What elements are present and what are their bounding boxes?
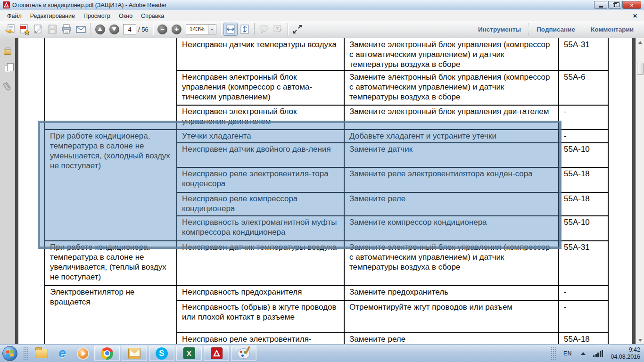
cause-cell: Неисправен датчик температуры воздуха	[177, 241, 344, 286]
internet-explorer-icon: e	[58, 347, 66, 360]
remedy-cell: Замените электронный блок управления (ко…	[344, 241, 559, 286]
text-annotation-button[interactable]	[271, 23, 285, 36]
minimize-icon	[599, 6, 603, 8]
remedy-cell: Замените компрессор кондиционера	[344, 216, 559, 241]
language-indicator[interactable]: EN	[563, 350, 571, 357]
close-icon: ×	[630, 2, 633, 8]
taskbar-item-explorer[interactable]	[33, 346, 50, 362]
menu-window[interactable]: Окно	[115, 12, 137, 20]
cause-cell: Неисправно реле компрессора кондиционера	[177, 192, 344, 216]
menubar: Файл Редактирование Просмотр Окно Справк…	[0, 11, 644, 21]
code-cell: 55А-18	[559, 333, 608, 344]
open-file-button[interactable]	[3, 23, 17, 36]
adobe-reader-app-icon	[3, 1, 10, 8]
taskbar-item-internet-explorer[interactable]: e	[53, 346, 71, 362]
scrollbar-thumb[interactable]	[637, 63, 644, 75]
menu-file[interactable]: Файл	[3, 12, 26, 20]
comment-bubble-icon	[258, 24, 270, 35]
zoom-out-button[interactable]: −	[156, 23, 170, 36]
tray-time: 9:42	[611, 346, 640, 354]
previous-page-button[interactable]	[93, 23, 107, 36]
next-page-button[interactable]	[107, 23, 121, 36]
table-row: При работе кондиционера, температура в с…	[45, 130, 608, 143]
page-thumbnails-button[interactable]	[2, 63, 13, 74]
tools-panel-button[interactable]: Инструменты	[471, 23, 528, 36]
taskbar-item-excel[interactable]: X	[176, 346, 202, 361]
taskbar-item-chrome[interactable]	[94, 346, 120, 361]
symptom-cell: При работе кондиционера, температура в с…	[45, 130, 177, 241]
adobe-reader-icon	[211, 347, 223, 359]
clock[interactable]: 9:42 04.08.2016	[611, 346, 640, 361]
code-cell: -	[559, 301, 608, 333]
security-lock-button[interactable]	[2, 45, 13, 56]
page-number-input[interactable]	[123, 24, 136, 34]
text-annotation-icon	[272, 24, 284, 35]
zoom-in-button[interactable]: +	[170, 23, 184, 36]
menu-help[interactable]: Справка	[137, 12, 168, 20]
menu-edit[interactable]: Редактирование	[26, 12, 79, 20]
fit-width-button[interactable]	[223, 23, 238, 36]
toolbar-separator	[153, 23, 153, 35]
menu-view[interactable]: Просмотр	[79, 12, 115, 20]
save-button[interactable]	[45, 23, 59, 36]
zoom-level-control: 143% ▼	[186, 24, 216, 34]
email-button[interactable]	[74, 23, 88, 36]
scroll-down-button[interactable]	[636, 336, 644, 344]
create-pdf-button[interactable]	[17, 23, 31, 36]
toolbar-separator	[90, 23, 91, 35]
attachments-button[interactable]	[2, 81, 13, 92]
lock-icon	[4, 49, 11, 55]
menubar-close-icon[interactable]: ✕	[629, 13, 641, 19]
remedy-cell: Замените электронный блок управления дви…	[344, 105, 559, 130]
symptom-cell: При работе кондиционера. температура в с…	[45, 241, 177, 286]
network-signal-icon[interactable]	[593, 350, 603, 357]
system-tray: EN 9:42 04.08.2016	[548, 346, 644, 361]
cause-cell: Неисправен электронный блок управления (…	[177, 71, 344, 105]
zoom-dropdown-button[interactable]: ▼	[208, 25, 216, 34]
toolbar-separator	[254, 23, 255, 35]
zoom-out-icon: −	[160, 25, 165, 33]
taskbar-item-skype[interactable]: S	[149, 346, 174, 361]
code-cell: 55А-31	[559, 241, 608, 286]
fit-page-button[interactable]	[238, 23, 252, 36]
sticky-note-button[interactable]	[257, 23, 271, 36]
taskbar-item-paint[interactable]	[231, 346, 256, 361]
taskbar-item-media-player[interactable]	[74, 346, 92, 362]
page-count-label: / 56	[138, 26, 149, 33]
sign-panel-button[interactable]: Подписание	[528, 23, 583, 36]
code-cell: 55А-31	[559, 38, 608, 71]
pdf-page[interactable]: Неисправен датчик температуры воздуха За…	[18, 38, 632, 344]
paint-icon	[238, 348, 250, 359]
fullscreen-button[interactable]	[290, 23, 305, 36]
sign-button[interactable]	[31, 23, 45, 36]
print-button[interactable]	[59, 23, 74, 36]
table-row: Электровентилятор не вращается Неисправн…	[45, 286, 608, 301]
remedy-cell: Замените электронный блок управления (ко…	[344, 38, 559, 71]
navigation-rail	[0, 38, 15, 344]
minimize-button[interactable]	[594, 1, 607, 9]
create-pdf-icon	[18, 24, 30, 35]
code-cell: 55А-10	[559, 143, 608, 167]
table-row: При работе кондиционера. температура в с…	[45, 241, 608, 286]
remedy-cell: Замените реле	[344, 192, 559, 216]
taskbar-item-adobe-reader[interactable]	[204, 346, 229, 361]
zoom-level-value[interactable]: 143%	[186, 25, 208, 34]
pages-icon	[5, 65, 10, 72]
start-button[interactable]	[2, 346, 17, 361]
cause-cell: Неисправность электромагнитной муфты ком…	[177, 216, 344, 241]
fit-page-icon	[239, 24, 250, 34]
remedy-cell: Замените электронный блок управления (ко…	[344, 71, 559, 105]
cause-cell: Утечки хладагента	[177, 130, 344, 143]
comment-panel-button[interactable]: Комментарии	[583, 23, 641, 36]
remedy-cell: Замените реле электровентилятора конден-…	[344, 167, 559, 192]
close-button[interactable]: ×	[622, 1, 641, 9]
scroll-up-button[interactable]	[636, 38, 644, 46]
windows-logo-icon	[6, 349, 14, 358]
code-cell: 55А-18	[559, 167, 608, 192]
vertical-scrollbar[interactable]	[636, 38, 644, 344]
taskbar-item-outlook[interactable]	[122, 346, 147, 361]
show-hidden-icons-button[interactable]	[581, 352, 586, 355]
restore-button[interactable]	[608, 1, 621, 9]
media-player-icon	[77, 347, 89, 360]
restore-icon	[613, 3, 617, 7]
